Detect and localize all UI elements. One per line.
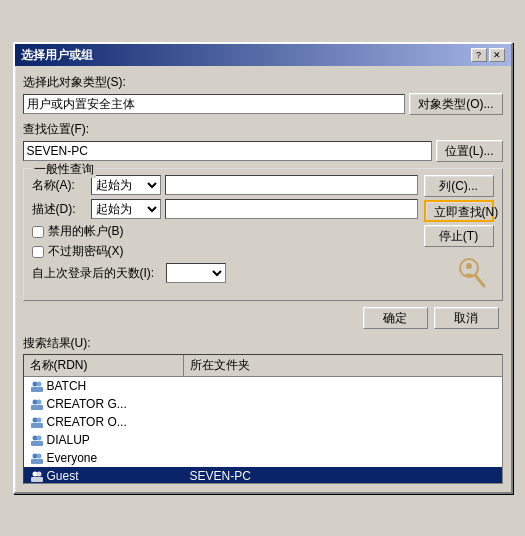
results-row-name: Everyone bbox=[47, 451, 98, 465]
title-bar: 选择用户或组 ? ✕ bbox=[15, 44, 511, 66]
results-row-name: Guest bbox=[47, 469, 79, 483]
svg-point-17 bbox=[36, 454, 41, 459]
search-icon bbox=[454, 256, 490, 292]
svg-point-11 bbox=[36, 418, 41, 423]
user-group-icon bbox=[30, 451, 44, 466]
results-cell-name: CREATOR O... bbox=[24, 414, 184, 431]
user-group-icon bbox=[30, 415, 44, 430]
location-input[interactable] bbox=[23, 141, 432, 161]
user-group-icon bbox=[30, 433, 44, 448]
no-expire-password-label: 不过期密码(X) bbox=[48, 243, 124, 260]
find-now-button[interactable]: 立即查找(N) bbox=[424, 200, 494, 222]
user-group-icon bbox=[30, 397, 44, 412]
form-fields: 名称(A): 起始为 描述(D): 起始为 bbox=[32, 175, 418, 292]
results-table[interactable]: 名称(RDN) 所在文件夹 BATCH CREATOR G... CREATOR… bbox=[23, 354, 503, 484]
help-button[interactable]: ? bbox=[471, 48, 487, 62]
desc-text-input[interactable] bbox=[165, 199, 418, 219]
results-header: 名称(RDN) 所在文件夹 bbox=[24, 355, 502, 377]
columns-button[interactable]: 列(C)... bbox=[424, 175, 494, 197]
svg-rect-9 bbox=[31, 423, 43, 428]
title-bar-controls: ? ✕ bbox=[471, 48, 505, 62]
table-row[interactable]: Everyone bbox=[24, 449, 502, 467]
form-buttons: 列(C)... 立即查找(N) 停止(T) bbox=[424, 175, 494, 292]
results-cell-name: CREATOR G... bbox=[24, 396, 184, 413]
ok-button[interactable]: 确定 bbox=[363, 307, 428, 329]
disabled-accounts-row: 禁用的帐户(B) bbox=[32, 223, 418, 240]
object-type-row: 对象类型(O)... bbox=[23, 93, 503, 115]
svg-point-8 bbox=[36, 400, 41, 405]
svg-point-14 bbox=[36, 436, 41, 441]
stop-button[interactable]: 停止(T) bbox=[424, 225, 494, 247]
name-field-label: 名称(A): bbox=[32, 177, 87, 194]
object-type-label: 选择此对象类型(S): bbox=[23, 75, 126, 89]
desc-combo[interactable]: 起始为 bbox=[91, 199, 161, 219]
name-combo[interactable]: 起始为 bbox=[91, 175, 161, 195]
results-header-name: 名称(RDN) bbox=[24, 355, 184, 376]
disabled-accounts-label: 禁用的帐户(B) bbox=[48, 223, 124, 240]
dialog-content: 选择此对象类型(S): 对象类型(O)... 查找位置(F): 位置(L)... bbox=[15, 66, 511, 492]
object-type-input[interactable] bbox=[23, 94, 406, 114]
object-type-section: 选择此对象类型(S): 对象类型(O)... bbox=[23, 74, 503, 115]
results-cell-folder bbox=[184, 421, 502, 423]
results-label: 搜索结果(U): bbox=[23, 335, 503, 352]
name-text-input[interactable] bbox=[165, 175, 418, 195]
disabled-accounts-checkbox[interactable] bbox=[32, 226, 44, 238]
svg-line-1 bbox=[475, 275, 484, 286]
results-row-name: CREATOR G... bbox=[47, 397, 127, 411]
location-button[interactable]: 位置(L)... bbox=[436, 140, 503, 162]
desc-field-label: 描述(D): bbox=[32, 201, 87, 218]
results-row-name: CREATOR O... bbox=[47, 415, 127, 429]
location-content: 位置(L)... bbox=[23, 140, 503, 162]
svg-rect-18 bbox=[31, 477, 43, 482]
results-row-name: DIALUP bbox=[47, 433, 90, 447]
form-area: 名称(A): 起始为 描述(D): 起始为 bbox=[32, 175, 494, 292]
object-type-button[interactable]: 对象类型(O)... bbox=[409, 93, 502, 115]
location-section: 查找位置(F): 位置(L)... bbox=[23, 121, 503, 162]
days-combo[interactable] bbox=[166, 263, 226, 283]
results-cell-folder bbox=[184, 403, 502, 405]
location-row: 位置(L)... bbox=[23, 140, 503, 162]
table-row[interactable]: BATCH bbox=[24, 377, 502, 395]
results-cell-folder bbox=[184, 457, 502, 459]
groupbox-legend: 一般性查询 bbox=[32, 161, 96, 178]
results-rows-container: BATCH CREATOR G... CREATOR O... DIALUP E… bbox=[24, 377, 502, 484]
general-query-groupbox: 一般性查询 名称(A): 起始为 描述(D): bbox=[23, 168, 503, 301]
dialog-title: 选择用户或组 bbox=[21, 47, 93, 64]
table-row[interactable]: CREATOR G... bbox=[24, 395, 502, 413]
table-row[interactable]: CREATOR O... bbox=[24, 413, 502, 431]
search-icon-area bbox=[424, 256, 494, 292]
results-area: 搜索结果(U): 名称(RDN) 所在文件夹 BATCH CREATOR G..… bbox=[23, 335, 503, 484]
desc-field-row: 描述(D): 起始为 bbox=[32, 199, 418, 219]
results-cell-folder: SEVEN-PC bbox=[184, 468, 502, 484]
bottom-buttons: 确定 取消 bbox=[23, 307, 503, 329]
results-row-name: BATCH bbox=[47, 379, 87, 393]
cancel-button[interactable]: 取消 bbox=[434, 307, 499, 329]
name-field-row: 名称(A): 起始为 bbox=[32, 175, 418, 195]
user-group-icon bbox=[30, 469, 44, 484]
svg-point-20 bbox=[36, 472, 41, 477]
days-row: 自上次登录后的天数(I): bbox=[32, 263, 418, 283]
location-label: 查找位置(F): bbox=[23, 122, 90, 136]
svg-rect-3 bbox=[31, 387, 43, 392]
svg-rect-6 bbox=[31, 405, 43, 410]
no-expire-password-checkbox[interactable] bbox=[32, 246, 44, 258]
svg-rect-15 bbox=[31, 459, 43, 464]
close-button[interactable]: ✕ bbox=[489, 48, 505, 62]
results-cell-name: DIALUP bbox=[24, 432, 184, 449]
object-type-content: 对象类型(O)... bbox=[23, 93, 503, 115]
svg-point-2 bbox=[466, 263, 472, 269]
user-group-icon bbox=[30, 379, 44, 394]
results-cell-name: Everyone bbox=[24, 450, 184, 467]
results-cell-folder bbox=[184, 439, 502, 441]
results-cell-folder bbox=[184, 385, 502, 387]
results-cell-name: Guest bbox=[24, 468, 184, 484]
results-cell-name: BATCH bbox=[24, 378, 184, 395]
svg-rect-12 bbox=[31, 441, 43, 446]
table-row[interactable]: DIALUP bbox=[24, 431, 502, 449]
no-expire-password-row: 不过期密码(X) bbox=[32, 243, 418, 260]
table-row[interactable]: GuestSEVEN-PC bbox=[24, 467, 502, 484]
select-user-dialog: 选择用户或组 ? ✕ 选择此对象类型(S): 对象类型(O)... 查找位置(F… bbox=[13, 42, 513, 494]
results-header-folder: 所在文件夹 bbox=[184, 355, 502, 376]
days-label: 自上次登录后的天数(I): bbox=[32, 265, 162, 282]
svg-point-5 bbox=[36, 382, 41, 387]
